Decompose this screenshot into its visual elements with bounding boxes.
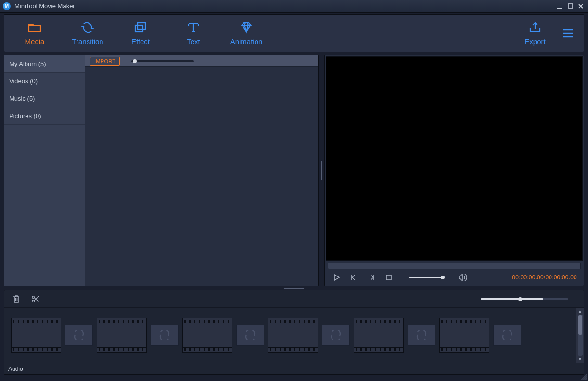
app-title: MiniTool Movie Maker [14,2,75,10]
vertical-splitter[interactable] [320,55,322,286]
sidebar-item-label: Pictures (0) [9,112,41,119]
export-icon [528,21,542,34]
preview-scrubber[interactable] [328,263,581,269]
timecode-display: 00:00:00.00/00:00:00.00 [512,274,577,281]
slider-thumb[interactable] [133,59,137,63]
tab-label: Effect [131,38,150,46]
sidebar-item-music[interactable]: Music (5) [4,90,85,107]
app-logo-icon: M [3,2,11,10]
swap-icon [73,330,85,340]
transition-slot[interactable] [493,325,521,346]
preview-panel: 00:00:00.00/00:00:00.00 [324,55,584,286]
delete-button[interactable] [11,294,22,304]
clip-slot[interactable] [354,318,435,353]
volume-button[interactable] [458,272,468,283]
swap-icon [415,330,428,340]
volume-slider[interactable] [409,277,443,278]
trash-icon [12,295,21,303]
media-panel: My Album (5) Videos (0) Music (5) Pictur… [4,55,319,286]
diamond-icon [240,21,253,34]
sidebar-item-label: Videos (0) [9,78,38,85]
horizontal-splitter[interactable] [0,286,588,290]
sidebar-item-my-album[interactable]: My Album (5) [4,55,85,73]
preview-controls: 00:00:00.00/00:00:00.00 [326,270,583,285]
transition-slot[interactable] [65,325,93,346]
hamburger-icon [562,28,574,38]
scroll-up-button[interactable]: ▲ [578,309,582,314]
transition-slot[interactable] [151,325,179,346]
swap-icon [330,330,342,340]
preview-screen[interactable] [326,56,583,261]
tab-animation[interactable]: Animation [220,15,273,52]
video-clip-placeholder[interactable] [11,318,61,353]
swap-icon [81,21,94,34]
sidebar-item-label: Music (5) [9,95,35,102]
maximize-button[interactable] [565,1,575,11]
stack-icon [134,21,147,34]
audio-track[interactable]: Audio [4,363,584,374]
clip-slot[interactable] [268,318,350,353]
transition-slot[interactable] [236,325,264,346]
media-browser: IMPORT [85,55,318,286]
tab-label: Media [25,38,45,46]
clip-slot[interactable] [11,318,93,353]
split-button[interactable] [30,294,41,304]
video-clip-placeholder[interactable] [97,318,147,353]
audio-track-label: Audio [8,366,23,372]
scissors-icon [31,295,40,303]
svg-rect-11 [386,275,391,280]
tab-label: Text [187,38,200,46]
video-clip-placeholder[interactable] [439,318,489,353]
timeline-panel: ▲ ▼ Audio [4,290,584,375]
timeline-zoom-slider[interactable] [481,298,543,300]
folder-icon [28,21,41,34]
import-label: IMPORT [94,58,115,64]
video-clip-placeholder[interactable] [182,318,232,353]
transition-slot[interactable] [322,325,350,346]
tab-transition[interactable]: Transition [61,15,114,52]
import-button[interactable]: IMPORT [90,57,120,66]
slider-thumb[interactable] [441,276,445,279]
sidebar-item-pictures[interactable]: Pictures (0) [4,107,85,125]
window-resize-grip[interactable] [580,373,587,380]
close-button[interactable] [575,1,586,11]
scroll-down-button[interactable]: ▼ [578,357,582,362]
stop-button[interactable] [383,272,394,283]
tab-text[interactable]: Text [167,15,220,52]
tab-effect[interactable]: Effect [114,15,167,52]
slider-thumb[interactable] [518,297,522,301]
tab-label: Transition [72,38,103,46]
svg-rect-4 [135,25,143,32]
swap-icon [244,330,256,340]
export-button[interactable]: Export [513,15,557,52]
thumbnail-size-slider[interactable] [131,60,194,62]
step-forward-button[interactable] [366,272,377,283]
media-browser-area[interactable] [85,67,318,286]
clip-slot[interactable] [97,318,179,353]
step-back-button[interactable] [349,272,359,283]
svg-rect-1 [568,4,573,8]
video-clip-placeholder[interactable] [268,318,318,353]
main-toolbar: Media Transition Effect Text Animation E… [4,14,584,52]
tab-label: Animation [230,38,263,46]
timeline-toolbar [4,290,584,308]
scrollbar-track[interactable] [578,315,583,356]
text-icon [187,21,200,34]
timeline-tracks[interactable]: ▲ ▼ [4,308,584,363]
clip-slot[interactable] [182,318,264,353]
video-track[interactable] [4,308,576,363]
media-sidebar: My Album (5) Videos (0) Music (5) Pictur… [4,55,85,286]
minimize-button[interactable] [554,1,565,11]
tab-media[interactable]: Media [8,15,61,52]
titlebar: M MiniTool Movie Maker [0,0,588,13]
clip-slot[interactable] [439,318,521,353]
svg-rect-5 [138,23,145,29]
swap-icon [501,330,513,340]
video-clip-placeholder[interactable] [354,318,404,353]
play-button[interactable] [332,272,342,283]
transition-slot[interactable] [408,325,435,346]
menu-button[interactable] [557,15,580,52]
sidebar-item-videos[interactable]: Videos (0) [4,73,85,90]
export-label: Export [524,38,545,46]
timeline-scrollbar[interactable]: ▲ ▼ [576,308,584,363]
